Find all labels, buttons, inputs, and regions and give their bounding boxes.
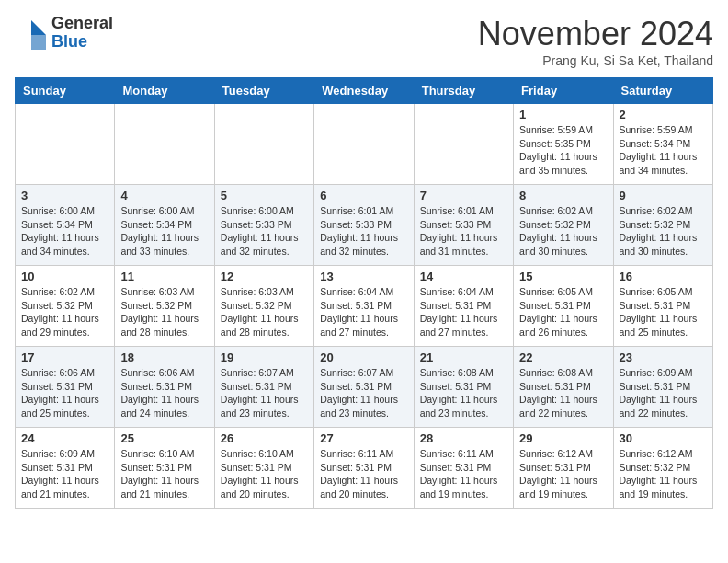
day-info: Sunrise: 6:00 AM Sunset: 5:34 PM Dayligh… [120, 204, 208, 259]
day-info: Sunrise: 6:09 AM Sunset: 5:31 PM Dayligh… [620, 366, 707, 420]
calendar-day-20: 20Sunrise: 6:07 AM Sunset: 5:31 PM Dayli… [314, 347, 414, 428]
calendar-day-26: 26Sunrise: 6:10 AM Sunset: 5:31 PM Dayli… [214, 428, 313, 509]
day-info: Sunrise: 6:05 AM Sunset: 5:31 PM Dayligh… [620, 285, 707, 339]
day-number: 26 [221, 431, 308, 445]
day-info: Sunrise: 6:07 AM Sunset: 5:31 PM Dayligh… [221, 366, 308, 420]
calendar-day-10: 10Sunrise: 6:02 AM Sunset: 5:32 PM Dayli… [16, 266, 115, 347]
day-info: Sunrise: 6:04 AM Sunset: 5:31 PM Dayligh… [320, 285, 407, 339]
day-number: 29 [519, 431, 607, 445]
day-info: Sunrise: 6:01 AM Sunset: 5:33 PM Dayligh… [420, 204, 507, 259]
location: Prang Ku, Si Sa Ket, Thailand [478, 53, 713, 68]
day-info: Sunrise: 6:10 AM Sunset: 5:31 PM Dayligh… [221, 447, 308, 501]
logo: General Blue [15, 15, 113, 52]
calendar-day-15: 15Sunrise: 6:05 AM Sunset: 5:31 PM Dayli… [514, 266, 613, 347]
day-number: 27 [320, 431, 407, 445]
calendar-day-8: 8Sunrise: 6:02 AM Sunset: 5:32 PM Daylig… [514, 185, 613, 266]
day-info: Sunrise: 6:12 AM Sunset: 5:32 PM Dayligh… [620, 447, 707, 501]
empty-day [414, 104, 513, 185]
calendar-week-row: 1Sunrise: 5:59 AM Sunset: 5:35 PM Daylig… [16, 104, 713, 185]
day-info: Sunrise: 5:59 AM Sunset: 5:34 PM Dayligh… [620, 123, 707, 178]
calendar-day-5: 5Sunrise: 6:00 AM Sunset: 5:33 PM Daylig… [214, 185, 313, 266]
weekday-header-monday: Monday [115, 78, 214, 104]
calendar-day-7: 7Sunrise: 6:01 AM Sunset: 5:33 PM Daylig… [414, 185, 513, 266]
day-number: 12 [221, 270, 308, 283]
calendar-day-21: 21Sunrise: 6:08 AM Sunset: 5:31 PM Dayli… [414, 347, 513, 428]
day-number: 13 [320, 270, 407, 283]
calendar-day-18: 18Sunrise: 6:06 AM Sunset: 5:31 PM Dayli… [115, 347, 214, 428]
day-number: 28 [420, 431, 507, 445]
day-number: 5 [221, 189, 308, 202]
day-info: Sunrise: 6:06 AM Sunset: 5:31 PM Dayligh… [21, 366, 108, 420]
logo-icon [15, 17, 48, 50]
weekday-header-sunday: Sunday [16, 78, 115, 104]
day-number: 17 [21, 350, 108, 364]
calendar-day-17: 17Sunrise: 6:06 AM Sunset: 5:31 PM Dayli… [16, 347, 115, 428]
day-number: 1 [519, 108, 607, 121]
weekday-header-row: SundayMondayTuesdayWednesdayThursdayFrid… [16, 78, 713, 104]
day-info: Sunrise: 6:02 AM Sunset: 5:32 PM Dayligh… [620, 204, 707, 259]
day-info: Sunrise: 6:11 AM Sunset: 5:31 PM Dayligh… [320, 447, 407, 501]
empty-day [115, 104, 214, 185]
weekday-header-friday: Friday [514, 78, 613, 104]
calendar-day-24: 24Sunrise: 6:09 AM Sunset: 5:31 PM Dayli… [16, 428, 115, 509]
weekday-header-tuesday: Tuesday [214, 78, 313, 104]
day-number: 2 [620, 108, 707, 121]
day-number: 20 [320, 350, 407, 364]
day-info: Sunrise: 6:10 AM Sunset: 5:31 PM Dayligh… [120, 447, 208, 501]
calendar-day-16: 16Sunrise: 6:05 AM Sunset: 5:31 PM Dayli… [613, 266, 712, 347]
title-section: November 2024 Prang Ku, Si Sa Ket, Thail… [478, 15, 713, 68]
day-info: Sunrise: 6:01 AM Sunset: 5:33 PM Dayligh… [320, 204, 407, 259]
calendar-day-2: 2Sunrise: 5:59 AM Sunset: 5:34 PM Daylig… [613, 104, 712, 185]
calendar-day-13: 13Sunrise: 6:04 AM Sunset: 5:31 PM Dayli… [314, 266, 414, 347]
calendar-day-12: 12Sunrise: 6:03 AM Sunset: 5:32 PM Dayli… [214, 266, 313, 347]
calendar-day-4: 4Sunrise: 6:00 AM Sunset: 5:34 PM Daylig… [115, 185, 214, 266]
calendar-day-11: 11Sunrise: 6:03 AM Sunset: 5:32 PM Dayli… [115, 266, 214, 347]
calendar-day-14: 14Sunrise: 6:04 AM Sunset: 5:31 PM Dayli… [414, 266, 513, 347]
day-number: 22 [519, 350, 607, 364]
day-number: 18 [120, 350, 208, 364]
logo-general: General [51, 15, 113, 33]
month-title: November 2024 [478, 15, 713, 53]
calendar-day-23: 23Sunrise: 6:09 AM Sunset: 5:31 PM Dayli… [613, 347, 712, 428]
calendar-week-row: 24Sunrise: 6:09 AM Sunset: 5:31 PM Dayli… [16, 428, 713, 509]
day-info: Sunrise: 6:12 AM Sunset: 5:31 PM Dayligh… [519, 447, 607, 501]
weekday-header-saturday: Saturday [613, 78, 712, 104]
day-info: Sunrise: 6:00 AM Sunset: 5:33 PM Dayligh… [221, 204, 308, 259]
day-info: Sunrise: 6:08 AM Sunset: 5:31 PM Dayligh… [519, 366, 607, 420]
day-number: 21 [420, 350, 507, 364]
calendar-day-22: 22Sunrise: 6:08 AM Sunset: 5:31 PM Dayli… [514, 347, 613, 428]
day-info: Sunrise: 6:02 AM Sunset: 5:32 PM Dayligh… [519, 204, 607, 259]
day-info: Sunrise: 6:00 AM Sunset: 5:34 PM Dayligh… [21, 204, 108, 259]
day-number: 25 [120, 431, 208, 445]
empty-day [214, 104, 313, 185]
calendar-day-30: 30Sunrise: 6:12 AM Sunset: 5:32 PM Dayli… [613, 428, 712, 509]
day-info: Sunrise: 6:08 AM Sunset: 5:31 PM Dayligh… [420, 366, 507, 420]
calendar-week-row: 10Sunrise: 6:02 AM Sunset: 5:32 PM Dayli… [16, 266, 713, 347]
day-number: 15 [519, 270, 607, 283]
calendar-day-1: 1Sunrise: 5:59 AM Sunset: 5:35 PM Daylig… [514, 104, 613, 185]
calendar-table: SundayMondayTuesdayWednesdayThursdayFrid… [15, 77, 713, 509]
svg-marker-0 [31, 20, 46, 35]
day-info: Sunrise: 6:07 AM Sunset: 5:31 PM Dayligh… [320, 366, 407, 420]
day-number: 7 [420, 189, 507, 202]
day-number: 8 [519, 189, 607, 202]
calendar-day-3: 3Sunrise: 6:00 AM Sunset: 5:34 PM Daylig… [16, 185, 115, 266]
day-number: 14 [420, 270, 507, 283]
empty-day [314, 104, 414, 185]
day-info: Sunrise: 6:05 AM Sunset: 5:31 PM Dayligh… [519, 285, 607, 339]
day-number: 4 [120, 189, 208, 202]
calendar-day-19: 19Sunrise: 6:07 AM Sunset: 5:31 PM Dayli… [214, 347, 313, 428]
logo-text: General Blue [51, 15, 113, 52]
day-number: 24 [21, 431, 108, 445]
calendar-week-row: 3Sunrise: 6:00 AM Sunset: 5:34 PM Daylig… [16, 185, 713, 266]
day-info: Sunrise: 6:03 AM Sunset: 5:32 PM Dayligh… [221, 285, 308, 339]
weekday-header-wednesday: Wednesday [314, 78, 414, 104]
day-number: 19 [221, 350, 308, 364]
calendar-day-25: 25Sunrise: 6:10 AM Sunset: 5:31 PM Dayli… [115, 428, 214, 509]
day-number: 30 [620, 431, 707, 445]
calendar-day-29: 29Sunrise: 6:12 AM Sunset: 5:31 PM Dayli… [514, 428, 613, 509]
day-number: 3 [21, 189, 108, 202]
day-number: 6 [320, 189, 407, 202]
calendar-day-9: 9Sunrise: 6:02 AM Sunset: 5:32 PM Daylig… [613, 185, 712, 266]
day-number: 11 [120, 270, 208, 283]
